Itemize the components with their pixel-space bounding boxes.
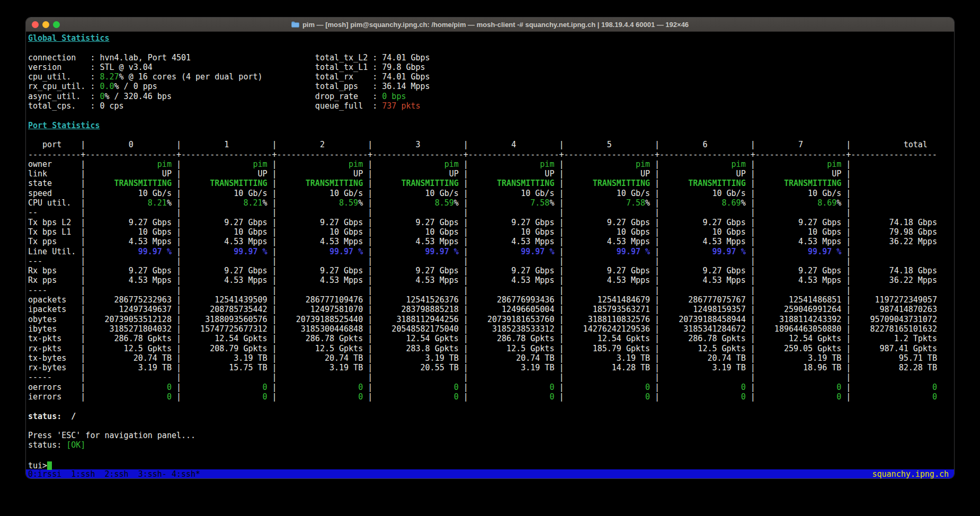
blank-line [28,111,954,120]
folder-icon [291,21,299,28]
blank-line [28,450,954,460]
global-stat-row: total_cps. : 0 cps queue_full : 737 pkts [28,101,954,111]
global-stat-row: cpu_util. : 8.27% @ 16 cores (4 per dual… [28,72,954,82]
tmux-statusbar: 0:irssi 1:ssh 2:ssh 3:ssh- 4:ssh*squanch… [26,469,954,479]
port-row-tx-bytes: tx-bytes | 20.74 TB | 3.19 TB | 20.74 TB… [28,353,954,363]
blank-line [28,43,954,52]
port-row-ibytes: ibytes | 3185271804032 | 15747725677312 … [28,324,954,334]
port-row-divider: -- | | | | | | | | | [28,208,954,217]
port-row-ierrors: ierrors | 0 | 0 | 0 | 0 | 0 | 0 | 0 | 0 … [28,392,954,402]
port-row-rx-pkts: rx-pkts | 12.5 Gpkts | 208.79 Gpkts | 12… [28,344,954,353]
port-row-Tx-bps-L2: Tx bps L2 | 9.27 Gbps | 9.27 Gbps | 9.27… [28,218,954,227]
port-row-divider: ---- | | | | | | | | | [28,286,954,295]
tmux-hostname: squanchy.ipng.ch [872,469,949,479]
blank-line [28,421,954,431]
port-row-tx-pkts: tx-pkts | 286.78 Gpkts | 12.54 Gpkts | 2… [28,334,954,343]
port-row-Rx-pps: Rx pps | 4.53 Mpps | 4.53 Mpps | 4.53 Mp… [28,275,954,285]
global-stat-row: connection : hvn4.lab, Port 4501 total_t… [28,53,954,63]
titlebar[interactable]: pim — [mosh] pim@squanchy.ipng.ch: /home… [26,17,954,32]
port-stats-heading: Port Statistics [28,121,954,130]
port-row-opackets: opackets | 286775232963 | 12541439509 | … [28,295,954,305]
prompt-line[interactable]: tui> [28,460,954,469]
global-stat-row: rx_cpu_util. : 0.0% / 0 pps total_pps : … [28,82,954,91]
status-ok-line: status: [OK] [28,440,954,450]
terminal-window: pim — [mosh] pim@squanchy.ipng.ch: /home… [25,17,955,479]
port-row-rx-bytes: rx-bytes | 3.19 TB | 15.75 TB | 3.19 TB … [28,363,954,372]
global-stat-row: version : STL @ v3.04 total_tx_L1 : 79.8… [28,63,954,72]
port-row-oerrors: oerrors | 0 | 0 | 0 | 0 | 0 | 0 | 0 | 0 … [28,382,954,392]
port-row-CPU-util: CPU util. | 8.21% | 8.21% | 8.59% | 8.59… [28,198,954,208]
terminal-screen[interactable]: Global Statisticsconnection : hvn4.lab, … [26,32,954,479]
minimize-button[interactable] [42,21,49,28]
port-row-owner: owner | pim | pim | pim | pim | pim | pi… [28,159,954,169]
port-row-obytes: obytes | 20739053512128 | 3188093560576 … [28,315,954,324]
port-row-Rx-bps: Rx bps | 9.27 Gbps | 9.27 Gbps | 9.27 Gb… [28,266,954,275]
tmux-window-list: 0:irssi 1:ssh 2:ssh 3:ssh- 4:ssh* [28,469,200,479]
port-row-state: state | TRANSMITTING | TRANSMITTING | TR… [28,179,954,188]
port-row-divider: --- | | | | | | | | | [28,256,954,266]
maximize-button[interactable] [53,21,60,28]
close-button[interactable] [32,21,39,28]
port-row-Tx-pps: Tx pps | 4.53 Mpps | 4.53 Mpps | 4.53 Mp… [28,237,954,246]
port-row-speed: speed | 10 Gb/s | 10 Gb/s | 10 Gb/s | 10… [28,189,954,198]
port-row-ipackets: ipackets | 12497349637 | 208785735442 | … [28,305,954,314]
port-row-divider: ----- | | | | | | | | | [28,372,954,382]
blank-line [28,402,954,411]
traffic-lights [32,21,60,28]
global-stat-row: async_util. : 0% / 320.46 bps drop_rate … [28,92,954,101]
global-stats-heading: Global Statistics [28,33,954,43]
window-title: pim — [mosh] pim@squanchy.ipng.ch: /home… [291,21,689,29]
port-row-Tx-bps-L1: Tx bps L1 | 10 Gbps | 10 Gbps | 10 Gbps … [28,227,954,237]
port-table-header: port | 0 | 1 | 2 | 3 | 4 | 5 | 6 | 7 | t… [28,140,954,149]
window-title-text: pim — [mosh] pim@squanchy.ipng.ch: /home… [302,21,689,29]
port-table-divider: -----------+-------------------+--------… [28,150,954,159]
status-spinner-line: status: / [28,412,954,421]
port-row-link: link | UP | UP | UP | UP | UP | UP | UP … [28,169,954,179]
port-row-Line-Util: Line Util. | 99.97 % | 99.97 % | 99.97 %… [28,247,954,256]
blank-line [28,130,954,140]
esc-hint-line: Press 'ESC' for navigation panel... [28,431,954,440]
cursor [47,461,52,470]
